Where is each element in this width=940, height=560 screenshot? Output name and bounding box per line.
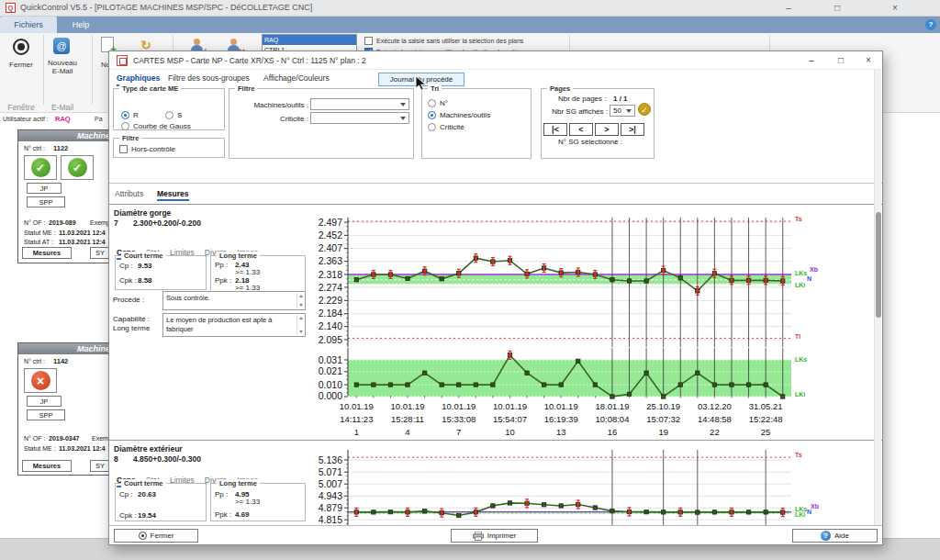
x-label-date: 10.01.19: [532, 401, 590, 411]
page-nav-button[interactable]: |<: [543, 123, 567, 136]
x-label-index: 19: [634, 427, 693, 437]
svg-text:0.010: 0.010: [319, 379, 342, 390]
criticite-combo[interactable]: [310, 112, 409, 124]
dialog-titlebar: CARTES MSP - Carte NP - Carte XR/XS - N°…: [109, 51, 882, 70]
groupbox-long-terme-1: Long terme Pp : 2.43 >= 1.33 Ppk : 2.18 …: [210, 255, 306, 292]
ctrl-number-label: N° ctrl :: [24, 358, 45, 365]
nbr-sg-value: 50: [613, 106, 621, 115]
x-label-time: 16:19:39: [532, 414, 590, 424]
window-maximize-button[interactable]: □: [821, 0, 854, 17]
statut-me-label: Statut ME :: [24, 445, 56, 453]
ribbon-group-email: E-Mail: [43, 103, 82, 112]
sy-button[interactable]: SY: [90, 247, 110, 259]
sy-button[interactable]: SY: [90, 460, 110, 472]
menu-tab-help[interactable]: Help: [57, 17, 105, 33]
tab-affichage-couleurs[interactable]: Affichage/Couleurs: [263, 73, 330, 83]
svg-text:5.071: 5.071: [319, 466, 342, 477]
svg-text:4.815: 4.815: [319, 514, 342, 525]
nbr-sg-combo[interactable]: 50: [610, 105, 635, 117]
fermer-label: Fermer: [151, 532, 174, 540]
groupbox-filtre: Filtre Machines/outils : Criticité :: [229, 88, 414, 159]
page-nav-button[interactable]: >: [595, 123, 619, 136]
ribbon-fermer-label[interactable]: Fermer: [0, 61, 42, 69]
x-label-index: 13: [532, 427, 590, 437]
tab-filtre-sous-groupes[interactable]: Filtre des sous-groupes: [168, 73, 250, 83]
pp-req: >= 1.33: [235, 498, 260, 507]
nbr-sg-label: Nbr SG affichés :: [543, 107, 608, 117]
page-nav-button[interactable]: >|: [621, 123, 644, 136]
subtab-mesures[interactable]: Mesures: [157, 189, 189, 201]
xbar-chart-diametre-gorge[interactable]: 2.4972.4522.4072.3632.3182.2742.2292.184…: [315, 215, 862, 348]
status-ok-icon: [31, 158, 50, 177]
tri-radio[interactable]: [428, 123, 436, 131]
ppk-value: 4.69: [235, 510, 250, 520]
cartes-msp-dialog: CARTES MSP - Carte NP - Carte XR/XS - N°…: [108, 50, 883, 545]
jp-button[interactable]: JP: [27, 183, 62, 194]
user-list-item[interactable]: RAQ: [263, 35, 356, 45]
tri-radio[interactable]: [428, 111, 436, 119]
status-box: [24, 368, 57, 393]
range-chart-diametre-gorge[interactable]: 0.0310.0210.0100.000LKsLKi: [315, 348, 862, 400]
cp-label: Cp :: [119, 262, 133, 271]
x-label-date: 31.05.21: [736, 401, 795, 411]
groupbox-type-carte: Type de carte ME R S Courbe de Gauss: [113, 88, 225, 130]
dialog-scrollbar[interactable]: [874, 70, 881, 527]
svg-text:4.943: 4.943: [319, 490, 342, 501]
jp-button[interactable]: JP: [27, 396, 62, 407]
mesures-button[interactable]: Mesures: [22, 247, 72, 259]
dialog-fermer-button[interactable]: Fermer: [114, 529, 198, 543]
x-label-time: 10:08:04: [583, 414, 642, 424]
status-error-icon: [31, 371, 50, 390]
tri-radio[interactable]: [428, 99, 436, 107]
window-minimize-button[interactable]: –: [772, 0, 805, 17]
xbar-chart-diametre-exterieur[interactable]: 5.1365.0715.0074.9434.8794.815TsXbLKsNLK…: [315, 444, 862, 527]
spp-button[interactable]: SPP: [27, 196, 65, 207]
menu-tab-fichiers[interactable]: Fichiers: [0, 17, 57, 33]
dialog-maximize-button[interactable]: □: [827, 51, 855, 70]
mesures-button[interactable]: Mesures: [22, 460, 72, 472]
section1-title: Diamètre gorge: [114, 208, 171, 218]
dialog-minimize-button[interactable]: –: [798, 51, 825, 70]
svg-text:Xb: Xb: [810, 266, 818, 273]
cp-value: 9.53: [138, 262, 152, 271]
cp-value: 20.63: [138, 490, 156, 499]
statut-me-value: 11.03.2021 12:4: [59, 445, 106, 453]
spinner-icon[interactable]: [297, 315, 304, 335]
svg-text:0.021: 0.021: [319, 365, 342, 376]
close-app-icon[interactable]: [13, 39, 29, 55]
radio-s[interactable]: [165, 111, 173, 119]
subtab-attributs[interactable]: Attributs: [115, 189, 143, 198]
procede-textbox[interactable]: Sous contrôle.: [162, 291, 306, 310]
dialog-imprimer-button[interactable]: Imprimer: [451, 529, 538, 543]
tri-radio-label: N°: [440, 99, 448, 108]
of-value: 2019-0347: [49, 435, 79, 442]
x-label-time: 14:48:58: [685, 414, 744, 424]
checkbox-plans[interactable]: [364, 37, 373, 45]
groupbox-court-terme-1: Court terme Cp : 9.53 Cpk : 8.58: [115, 255, 207, 290]
printer-icon: [473, 532, 484, 541]
radio-gauss[interactable]: [121, 122, 129, 130]
dialog-aide-button[interactable]: Aide: [792, 529, 878, 543]
radio-r[interactable]: [121, 111, 129, 119]
machines-outils-combo[interactable]: [310, 98, 409, 110]
tri-radio-label: Criticité: [440, 123, 464, 132]
mouse-cursor: [415, 75, 428, 92]
svg-text:N: N: [807, 275, 811, 282]
help-icon[interactable]: ?: [925, 19, 936, 30]
tri-radio-label: Machines/outils: [440, 111, 490, 120]
window-close-button[interactable]: ×: [878, 0, 912, 17]
x-label-index: 4: [378, 427, 437, 437]
scrollbar-thumb[interactable]: [876, 212, 881, 318]
ribbon-email-label[interactable]: Nouveau E-Mail: [43, 59, 82, 75]
checkbox-hors-controle[interactable]: [119, 145, 128, 153]
page-nav-button[interactable]: <: [569, 123, 593, 136]
apply-check-button[interactable]: [638, 103, 651, 116]
spinner-icon[interactable]: [297, 293, 304, 308]
dialog-close-x-button[interactable]: ×: [855, 51, 882, 70]
groupbox-tri: Tri N°Machines/outilsCriticité: [421, 88, 532, 159]
imprimer-label: Imprimer: [487, 532, 517, 540]
spp-button[interactable]: SPP: [27, 409, 65, 420]
capabilite-textbox[interactable]: Le moyen de production est apte à fabriq…: [162, 313, 306, 337]
active-user-label: Utilisateur actif :: [3, 116, 49, 123]
new-email-icon[interactable]: [53, 38, 70, 54]
